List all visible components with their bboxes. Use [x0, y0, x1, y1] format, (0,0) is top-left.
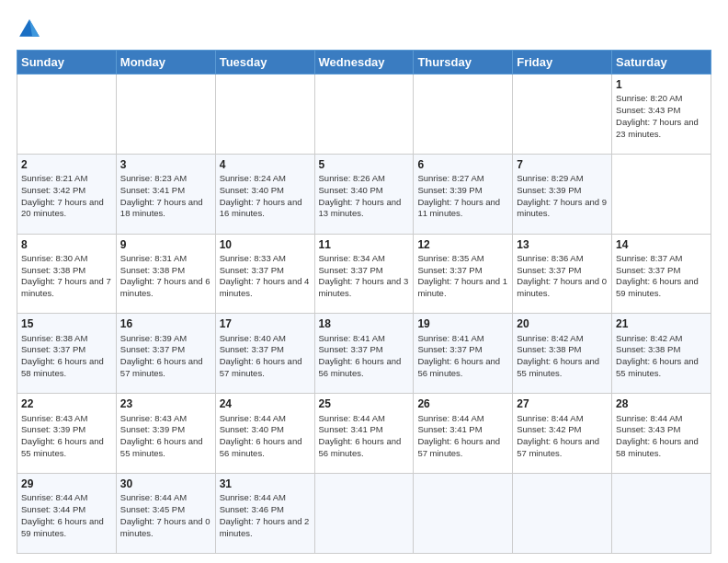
- calendar-cell: 17Sunrise: 8:40 AMSunset: 3:37 PMDayligh…: [215, 314, 314, 394]
- calendar-col-header: Saturday: [612, 51, 711, 75]
- sunrise-text: Sunrise: 8:42 AM: [517, 333, 583, 343]
- calendar-cell: 22Sunrise: 8:43 AMSunset: 3:39 PMDayligh…: [17, 394, 117, 474]
- daylight-text: Daylight: 6 hours and 56 minutes.: [417, 356, 500, 378]
- daylight-text: Daylight: 7 hours and 6 minutes.: [120, 276, 210, 298]
- daylight-text: Daylight: 6 hours and 59 minutes.: [616, 276, 699, 298]
- day-number: 18: [319, 316, 410, 331]
- sunset-text: Sunset: 3:41 PM: [417, 424, 482, 434]
- day-number: 15: [21, 316, 112, 331]
- sunrise-text: Sunrise: 8:23 AM: [120, 173, 187, 183]
- calendar-col-header: Friday: [513, 51, 612, 75]
- sunset-text: Sunset: 3:39 PM: [120, 424, 185, 434]
- calendar-cell: [414, 474, 513, 554]
- sunrise-text: Sunrise: 8:35 AM: [417, 253, 483, 263]
- calendar-cell: [314, 474, 414, 554]
- sunset-text: Sunset: 3:40 PM: [220, 185, 284, 195]
- day-number: 17: [220, 316, 311, 331]
- sunrise-text: Sunrise: 8:44 AM: [319, 413, 385, 423]
- calendar-cell: 16Sunrise: 8:39 AMSunset: 3:37 PMDayligh…: [116, 314, 215, 394]
- day-number: 29: [21, 477, 112, 491]
- sunset-text: Sunset: 3:42 PM: [21, 185, 85, 195]
- logo: [17, 17, 46, 42]
- day-number: 2: [21, 157, 112, 172]
- daylight-text: Daylight: 6 hours and 58 minutes.: [21, 356, 104, 378]
- sunrise-text: Sunrise: 8:27 AM: [417, 173, 483, 183]
- calendar-cell: 8Sunrise: 8:30 AMSunset: 3:38 PMDaylight…: [17, 234, 117, 314]
- daylight-text: Daylight: 6 hours and 59 minutes.: [21, 516, 104, 538]
- header: [17, 17, 711, 42]
- daylight-text: Daylight: 7 hours and 23 minutes.: [616, 117, 699, 139]
- sunrise-text: Sunrise: 8:41 AM: [319, 333, 385, 343]
- calendar-cell: 26Sunrise: 8:44 AMSunset: 3:41 PMDayligh…: [414, 394, 513, 474]
- sunrise-text: Sunrise: 8:21 AM: [21, 173, 87, 183]
- daylight-text: Daylight: 6 hours and 55 minutes.: [21, 436, 104, 458]
- daylight-text: Daylight: 6 hours and 56 minutes.: [220, 436, 302, 458]
- daylight-text: Daylight: 7 hours and 4 minutes.: [220, 276, 310, 298]
- day-number: 10: [220, 237, 311, 252]
- calendar-cell: 9Sunrise: 8:31 AMSunset: 3:38 PMDaylight…: [116, 234, 215, 314]
- calendar-cell: 4Sunrise: 8:24 AMSunset: 3:40 PMDaylight…: [215, 154, 314, 234]
- day-number: 21: [616, 316, 707, 331]
- sunset-text: Sunset: 3:45 PM: [120, 504, 185, 514]
- sunset-text: Sunset: 3:38 PM: [616, 344, 680, 354]
- day-number: 31: [220, 477, 311, 491]
- sunrise-text: Sunrise: 8:29 AM: [517, 173, 583, 183]
- day-number: 25: [319, 396, 410, 411]
- daylight-text: Daylight: 6 hours and 57 minutes.: [417, 436, 500, 458]
- day-number: 9: [120, 237, 211, 252]
- day-number: 12: [417, 237, 508, 252]
- calendar-week-row: 2Sunrise: 8:21 AMSunset: 3:42 PMDaylight…: [17, 154, 711, 234]
- calendar-week-row: 29Sunrise: 8:44 AMSunset: 3:44 PMDayligh…: [17, 474, 711, 554]
- sunrise-text: Sunrise: 8:33 AM: [220, 253, 286, 263]
- calendar-cell: 19Sunrise: 8:41 AMSunset: 3:37 PMDayligh…: [414, 314, 513, 394]
- day-number: 8: [21, 237, 112, 252]
- sunrise-text: Sunrise: 8:40 AM: [220, 333, 286, 343]
- calendar-cell: [513, 75, 612, 155]
- sunset-text: Sunset: 3:37 PM: [517, 265, 581, 275]
- calendar-week-row: 22Sunrise: 8:43 AMSunset: 3:39 PMDayligh…: [17, 394, 711, 474]
- sunset-text: Sunset: 3:37 PM: [616, 265, 680, 275]
- calendar-cell: 23Sunrise: 8:43 AMSunset: 3:39 PMDayligh…: [116, 394, 215, 474]
- calendar-cell: [17, 75, 117, 155]
- calendar-cell: 3Sunrise: 8:23 AMSunset: 3:41 PMDaylight…: [116, 154, 215, 234]
- sunrise-text: Sunrise: 8:43 AM: [120, 413, 187, 423]
- calendar-week-row: 8Sunrise: 8:30 AMSunset: 3:38 PMDaylight…: [17, 234, 711, 314]
- sunset-text: Sunset: 3:37 PM: [319, 265, 383, 275]
- calendar-cell: 20Sunrise: 8:42 AMSunset: 3:38 PMDayligh…: [513, 314, 612, 394]
- sunrise-text: Sunrise: 8:44 AM: [616, 413, 682, 423]
- sunrise-text: Sunrise: 8:44 AM: [220, 492, 286, 502]
- day-number: 24: [220, 396, 311, 411]
- calendar-cell: 30Sunrise: 8:44 AMSunset: 3:45 PMDayligh…: [116, 474, 215, 554]
- sunset-text: Sunset: 3:37 PM: [21, 344, 85, 354]
- daylight-text: Daylight: 7 hours and 0 minutes.: [120, 516, 210, 538]
- calendar-cell: 31Sunrise: 8:44 AMSunset: 3:46 PMDayligh…: [215, 474, 314, 554]
- day-number: 22: [21, 396, 112, 411]
- sunrise-text: Sunrise: 8:44 AM: [417, 413, 483, 423]
- calendar-cell: [612, 474, 711, 554]
- sunrise-text: Sunrise: 8:44 AM: [220, 413, 286, 423]
- sunrise-text: Sunrise: 8:44 AM: [517, 413, 583, 423]
- day-number: 1: [616, 77, 707, 92]
- daylight-text: Daylight: 6 hours and 57 minutes.: [517, 436, 599, 458]
- sunrise-text: Sunrise: 8:20 AM: [616, 93, 682, 103]
- calendar-cell: 5Sunrise: 8:26 AMSunset: 3:40 PMDaylight…: [314, 154, 414, 234]
- sunrise-text: Sunrise: 8:44 AM: [120, 492, 187, 502]
- sunrise-text: Sunrise: 8:38 AM: [21, 333, 87, 343]
- sunset-text: Sunset: 3:38 PM: [120, 265, 185, 275]
- day-number: 27: [517, 396, 608, 411]
- daylight-text: Daylight: 7 hours and 20 minutes.: [21, 197, 104, 219]
- day-number: 5: [319, 157, 410, 172]
- daylight-text: Daylight: 7 hours and 7 minutes.: [21, 276, 111, 298]
- calendar-cell: 11Sunrise: 8:34 AMSunset: 3:37 PMDayligh…: [314, 234, 414, 314]
- calendar-cell: 18Sunrise: 8:41 AMSunset: 3:37 PMDayligh…: [314, 314, 414, 394]
- calendar-cell: 25Sunrise: 8:44 AMSunset: 3:41 PMDayligh…: [314, 394, 414, 474]
- calendar-cell: 10Sunrise: 8:33 AMSunset: 3:37 PMDayligh…: [215, 234, 314, 314]
- sunset-text: Sunset: 3:46 PM: [220, 504, 284, 514]
- calendar-cell: 29Sunrise: 8:44 AMSunset: 3:44 PMDayligh…: [17, 474, 117, 554]
- calendar-cell: 15Sunrise: 8:38 AMSunset: 3:37 PMDayligh…: [17, 314, 117, 394]
- day-number: 14: [616, 237, 707, 252]
- daylight-text: Daylight: 7 hours and 3 minutes.: [319, 276, 409, 298]
- calendar-cell: 24Sunrise: 8:44 AMSunset: 3:40 PMDayligh…: [215, 394, 314, 474]
- calendar-cell: 27Sunrise: 8:44 AMSunset: 3:42 PMDayligh…: [513, 394, 612, 474]
- sunrise-text: Sunrise: 8:43 AM: [21, 413, 87, 423]
